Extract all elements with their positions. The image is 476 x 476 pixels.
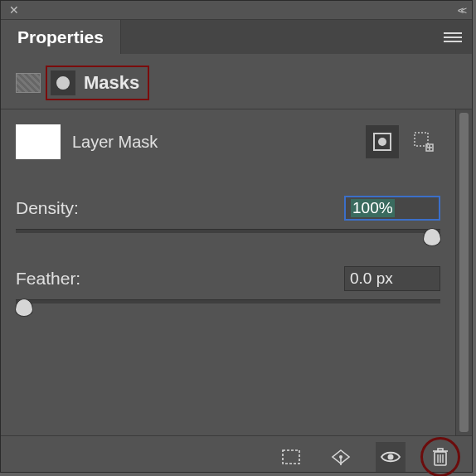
svg-rect-9: [283, 450, 299, 464]
slider-thumb-icon[interactable]: [15, 299, 33, 317]
feather-slider[interactable]: [16, 299, 440, 304]
pixel-mask-thumb-icon[interactable]: [16, 73, 41, 93]
density-input[interactable]: 100%: [344, 196, 440, 221]
panel-titlebar: ✕ <<: [1, 1, 472, 19]
apply-mask-icon[interactable]: [326, 442, 356, 472]
trash-icon: [432, 447, 449, 467]
tab-properties[interactable]: Properties: [1, 20, 121, 54]
masks-header: Masks: [1, 54, 472, 109]
close-icon[interactable]: ✕: [9, 3, 19, 17]
tab-label: Properties: [17, 27, 104, 47]
toggle-visibility-icon[interactable]: [376, 442, 406, 472]
mask-thumbnail[interactable]: [16, 124, 61, 159]
mask-icon: [51, 70, 75, 95]
slider-thumb-icon[interactable]: [423, 228, 441, 246]
density-slider[interactable]: [16, 229, 440, 233]
density-control: Density: 100%: [16, 196, 440, 233]
density-label: Density:: [16, 198, 344, 218]
svg-point-4: [378, 138, 386, 146]
vector-mask-button[interactable]: [407, 125, 440, 158]
pixel-mask-button[interactable]: [366, 125, 399, 158]
delete-mask-button[interactable]: [425, 442, 455, 472]
feather-input[interactable]: 0.0 px: [344, 266, 440, 291]
select-mask-icon[interactable]: [276, 442, 306, 472]
panel-body: Layer Mask Density: 100%: [1, 109, 455, 435]
properties-panel: ✕ << Properties Masks Layer Mask: [0, 0, 473, 473]
tab-row: Properties: [1, 19, 472, 54]
svg-rect-16: [438, 449, 443, 451]
panel-footer: [1, 435, 472, 476]
panel-menu-icon[interactable]: [434, 20, 472, 54]
feather-label: Feather:: [16, 269, 344, 289]
collapse-icon[interactable]: <<: [458, 4, 464, 17]
mask-name: Layer Mask: [72, 133, 366, 152]
feather-control: Feather: 0.0 px: [16, 266, 440, 304]
masks-label: Masks: [84, 72, 139, 94]
layer-mask-row: Layer Mask: [16, 124, 440, 159]
masks-mode-selector[interactable]: Masks: [46, 66, 149, 100]
scrollbar-thumb[interactable]: [459, 113, 469, 432]
scrollbar[interactable]: [455, 109, 472, 435]
svg-point-13: [388, 454, 394, 459]
